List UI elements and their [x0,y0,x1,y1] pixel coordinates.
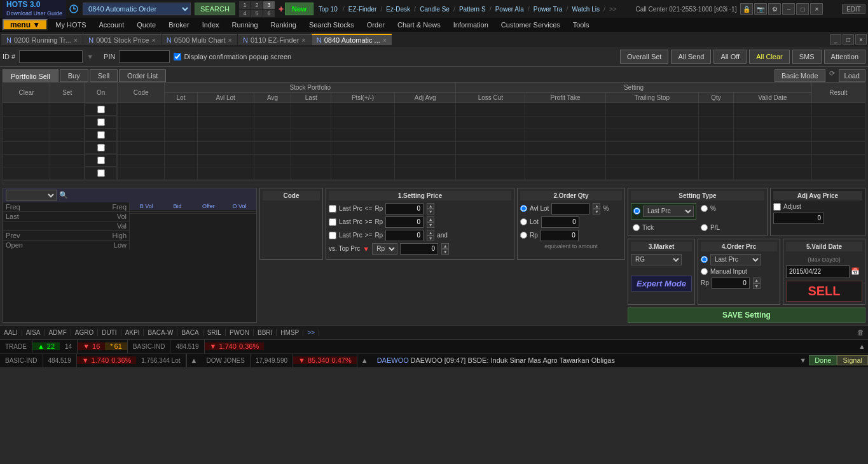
nav-search-stocks[interactable]: Search Stocks [304,20,359,30]
order-prc-manual-radio[interactable] [701,268,708,275]
lot-input[interactable] [541,216,579,228]
refresh-icon[interactable]: ⟳ [827,69,837,82]
ticker-delete-icon[interactable]: 🗑 [853,328,868,336]
scroll-dn-btn2[interactable]: ▲ [357,356,372,364]
price-row2-up[interactable]: ▲ [427,216,434,222]
last-prc-radio[interactable] [633,207,640,214]
load-button[interactable]: Load [839,69,865,82]
table-scroll-area[interactable]: Clear Set On Code Stock Portfolio Settin… [3,82,865,180]
last-prc-select[interactable]: Last Prc [643,206,694,217]
price-row3-checkbox[interactable] [329,232,336,239]
sub-tab-sell[interactable]: Sell [90,69,118,82]
candle-se-link[interactable]: Candle Se [420,6,450,13]
nav-order[interactable]: Order [362,20,390,30]
edit-button[interactable]: EDIT [842,4,865,14]
camera-icon[interactable]: 📷 [754,3,767,15]
tab-0840[interactable]: N 0840 Automatic ... × [312,34,392,45]
ticker-search-icon[interactable]: 🔍 [59,191,68,199]
nav-account[interactable]: Account [94,20,130,30]
confirm-popup-label[interactable]: Display confirmation popup screen [174,53,291,60]
new-button[interactable]: New [285,3,313,15]
num-4[interactable]: 4 [239,10,251,17]
sub-tab-buy[interactable]: Buy [60,69,88,82]
nav-my-hots[interactable]: My HOTS [50,20,91,30]
attention-button[interactable]: Attention [824,50,865,64]
ez-desk-link[interactable]: Ez-Desk [386,6,410,13]
sms-button[interactable]: SMS [792,50,822,64]
sell-button[interactable]: SELL [786,281,862,302]
price-row1-dn[interactable]: ▼ [427,209,434,214]
ticker-stock-select[interactable] [6,190,57,201]
lock-icon[interactable]: 🔒 [740,3,753,15]
settings-icon[interactable]: ⚙ [768,3,781,15]
plus-icon[interactable]: + [279,4,284,14]
market-select[interactable]: RG [631,254,682,265]
row5-on-checkbox[interactable] [97,157,105,164]
scroll-dn-btn[interactable]: ▲ [187,356,202,364]
tab-close-0500[interactable]: × [228,36,232,44]
save-setting-button[interactable]: SAVE Setting [628,307,865,323]
rp-input[interactable] [541,230,579,241]
ez-finder-link[interactable]: EZ-Finder [348,6,376,13]
all-off-button[interactable]: All Off [713,50,747,64]
tab-0200[interactable]: N 0200 Running Tr... × [1,34,83,45]
vs-dn[interactable]: ▼ [441,249,449,255]
num-2[interactable]: 2 [251,1,263,9]
search-button[interactable]: SEARCH [195,3,235,15]
more-links[interactable]: >> [609,6,617,13]
avl-lot-up[interactable]: ▲ [593,203,600,209]
vs-currency-select[interactable]: Rp [372,243,397,255]
tab-0001[interactable]: N 0001 Stock Price × [83,34,161,45]
price-row2-input[interactable] [385,216,424,228]
power-ala-link[interactable]: Power Ala [495,6,524,13]
row1-on-checkbox[interactable] [97,106,105,113]
row6-on-checkbox[interactable] [97,169,105,177]
id-input[interactable] [19,50,83,63]
power-tra-link[interactable]: Power Tra [534,6,563,13]
ticker-more[interactable]: >> [303,329,319,336]
all-send-button[interactable]: All Send [671,50,711,64]
nav-running[interactable]: Running [227,20,263,30]
tab-0110[interactable]: N 0110 EZ-Finder × [238,34,311,45]
nav-broker[interactable]: Broker [163,20,194,30]
sub-tab-order-list[interactable]: Order List [119,69,166,82]
id-dropdown[interactable]: ▼ [86,53,93,60]
tab-restore[interactable]: □ [843,34,854,45]
price-row2-dn[interactable]: ▼ [427,222,434,228]
nav-quote[interactable]: Quote [132,20,161,30]
date-input[interactable] [786,265,850,278]
pin-input[interactable] [119,50,170,63]
num-1[interactable]: 1 [239,1,251,9]
scroll-dn-btn3[interactable]: ▼ [797,356,809,364]
close-button[interactable]: × [810,3,823,15]
price-row1-input[interactable] [385,203,424,214]
order-prc-select[interactable]: Last Prc [710,254,761,265]
avl-lot-input[interactable] [551,203,589,214]
account-select[interactable]: 0840 Automatic Order [83,3,191,15]
adj-checkbox[interactable] [773,203,781,211]
pl-radio[interactable] [701,224,708,231]
price-row1-checkbox[interactable] [329,205,336,213]
nav-ranking[interactable]: Ranking [266,20,301,30]
price-row3-input[interactable] [385,230,424,241]
tick-radio[interactable] [633,224,640,231]
vs-value-input[interactable] [400,243,438,255]
menu-button[interactable]: menu ▼ [3,19,48,31]
order-prc-dn[interactable]: ▼ [753,283,761,289]
nav-tools[interactable]: Tools [568,20,595,30]
watch-lis-link[interactable]: Watch Lis [572,6,600,13]
row3-on-checkbox[interactable] [97,131,105,139]
basic-mode-button[interactable]: Basic Mode [775,69,825,82]
rp-radio[interactable] [520,232,527,239]
order-prc-rp-input[interactable] [712,278,750,289]
tab-0500[interactable]: N 0500 Multi Chart × [162,34,237,45]
tab-close[interactable]: × [855,34,867,45]
price-row2-checkbox[interactable] [329,218,336,226]
num-3[interactable]: 3 [263,1,275,9]
pattern-s-link[interactable]: Pattern S [459,6,486,13]
confirm-popup-checkbox[interactable] [174,53,181,60]
price-row1-up[interactable]: ▲ [427,203,434,209]
row4-on-checkbox[interactable] [97,144,105,151]
avl-lot-dn[interactable]: ▼ [593,209,600,214]
pct-radio[interactable] [701,205,708,212]
